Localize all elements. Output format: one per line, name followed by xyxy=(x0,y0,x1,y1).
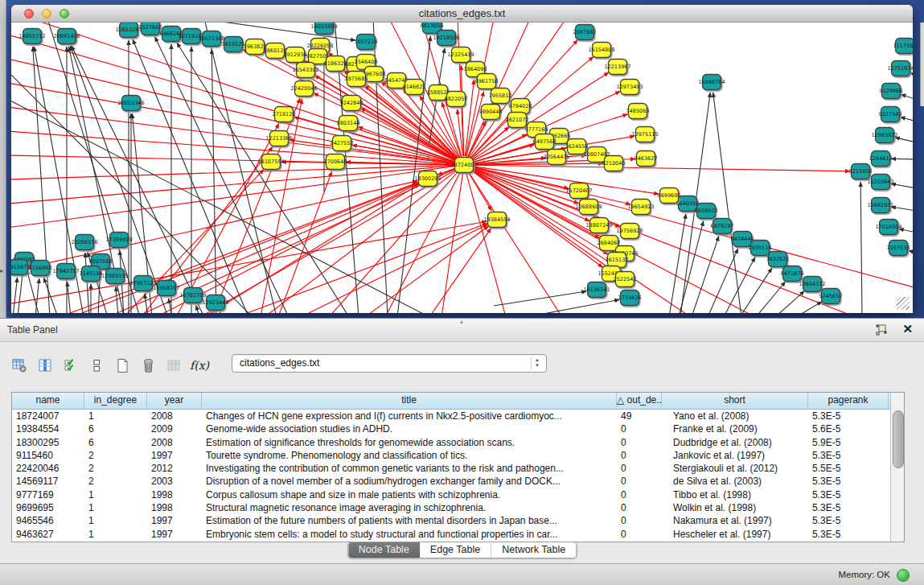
graph-node[interactable]: 15720407 xyxy=(565,183,592,199)
tab-edge-table[interactable]: Edge Table xyxy=(420,542,491,558)
table-row[interactable]: 1938455462009Genome-wide association stu… xyxy=(12,422,904,435)
column-header-out_degree[interactable]: △ out_de... xyxy=(617,393,662,409)
graph-node[interactable]: 20053346 xyxy=(117,96,144,111)
graph-node[interactable]: 16154808 xyxy=(588,43,614,58)
graph-node[interactable]: 16033809 xyxy=(310,23,337,35)
graph-node[interactable]: 8427552 xyxy=(331,136,354,151)
column-header-title[interactable]: title xyxy=(202,393,617,409)
tab-node-table[interactable]: Node Table xyxy=(348,542,420,558)
graph-node[interactable]: 2935114 xyxy=(749,241,772,256)
graph-node[interactable]: 9227343 xyxy=(879,107,902,122)
graph-node[interactable]: 2803144 xyxy=(337,116,360,131)
graph-node[interactable]: 6938923 xyxy=(695,204,718,219)
graph-node[interactable]: 6794028 xyxy=(509,99,532,114)
graph-node[interactable]: 1621072 xyxy=(506,113,529,128)
table-row[interactable]: 1872400712008Changes of HCN gene express… xyxy=(12,410,904,422)
scrollbar-thumb[interactable] xyxy=(893,410,904,468)
graph-node[interactable]: 9245652 xyxy=(819,289,843,304)
graph-node[interactable]: 18807249 xyxy=(585,218,612,233)
graph-node[interactable]: 12213366 xyxy=(265,131,292,146)
graph-node[interactable]: 1733426 xyxy=(618,290,642,306)
graph-node[interactable]: 6497568 xyxy=(533,134,556,150)
table-row[interactable]: 977716911998Corpus callosum shape and si… xyxy=(12,488,904,501)
graph-node[interactable]: 1615132 xyxy=(606,253,629,268)
window-resize-grip[interactable] xyxy=(897,297,910,310)
graph-node[interactable]: 9129966 xyxy=(880,84,903,99)
graph-node[interactable]: 1527602 xyxy=(139,23,162,35)
graph-node[interactable]: 22420046 xyxy=(290,81,317,97)
table-selector-dropdown[interactable]: citations_edges.txt ▲▼ xyxy=(232,354,547,373)
graph-node[interactable]: 12993822 xyxy=(871,128,897,143)
table-settings-icon[interactable] xyxy=(8,354,31,377)
tab-network-table[interactable]: Network Table xyxy=(491,542,576,558)
graph-node[interactable]: 7632621 xyxy=(766,252,790,267)
column-header-name[interactable]: name xyxy=(12,393,84,409)
graph-node[interactable]: 7857224 xyxy=(355,35,378,50)
graph-node[interactable]: 20564436 xyxy=(543,150,569,165)
graph-node[interactable]: 17842757 xyxy=(52,264,79,279)
close-panel-icon[interactable]: ✕ xyxy=(902,322,913,336)
graph-node[interactable]: 14055712 xyxy=(18,29,45,44)
network-window-titlebar[interactable]: citations_edges.txt xyxy=(11,5,913,23)
graph-node[interactable]: 12923448 xyxy=(202,295,228,311)
graph-node[interactable]: 19218506 xyxy=(433,31,459,46)
graph-node[interactable]: 1700648 xyxy=(324,154,347,170)
graph-node[interactable]: 2875685 xyxy=(345,72,368,87)
graph-node[interactable]: 18107554 xyxy=(257,154,284,170)
graph-node[interactable]: 1156863 xyxy=(29,261,52,276)
show-columns-icon[interactable] xyxy=(34,354,56,377)
graph-node[interactable]: 6879197 xyxy=(711,219,734,234)
network-view-canvas[interactable]: 1872400714055712206914061065328715276026… xyxy=(11,23,913,313)
graph-node[interactable]: 20691406 xyxy=(53,29,80,44)
function-builder-icon[interactable]: f(x) xyxy=(188,354,211,377)
graph-node[interactable]: 18724007 xyxy=(450,158,477,173)
graph-node[interactable]: 17016504 xyxy=(875,220,901,235)
graph-node[interactable]: 16543392 xyxy=(292,63,318,78)
graph-node[interactable]: 16958107 xyxy=(153,281,179,296)
graph-node[interactable]: 6822057 xyxy=(445,92,468,107)
merge-rows-icon[interactable] xyxy=(85,354,108,377)
graph-node[interactable]: 1145194 xyxy=(80,266,103,282)
graph-node[interactable]: 17359919 xyxy=(105,233,132,248)
graph-node[interactable]: 10654112 xyxy=(799,277,825,292)
vertical-scrollbar[interactable] xyxy=(890,393,904,542)
graph-node[interactable]: 7485063 xyxy=(626,104,650,119)
graph-node[interactable]: 12213967 xyxy=(604,60,630,75)
graph-node[interactable]: 8471876 xyxy=(781,266,804,282)
graph-node[interactable]: 15751074 xyxy=(887,61,913,76)
column-header-year[interactable]: year xyxy=(147,393,202,409)
graph-node[interactable]: 19654923 xyxy=(627,200,654,215)
graph-node[interactable]: 14136141 xyxy=(583,282,610,298)
graph-node[interactable]: 3915973 xyxy=(11,260,30,275)
graph-node[interactable]: 2718126 xyxy=(273,107,296,122)
panel-resize-grip-icon[interactable]: ▲ xyxy=(458,319,466,323)
graph-node[interactable]: 10973493 xyxy=(616,80,643,95)
graph-node[interactable]: 9146821 xyxy=(403,80,426,95)
graph-node[interactable]: 2087682 xyxy=(573,25,597,40)
graph-node[interactable]: 16848784 xyxy=(698,75,725,90)
graph-node[interactable]: 6961758 xyxy=(475,74,499,89)
graph-node[interactable]: 9890448 xyxy=(479,105,503,120)
citation-network-graph[interactable]: 1872400714055712206914061065328715276026… xyxy=(11,23,913,313)
column-header-in_degree[interactable]: in_degree xyxy=(84,393,147,409)
panel-collapse-arrow-icon[interactable]: ▸ xyxy=(0,267,3,274)
column-header-short[interactable]: short xyxy=(662,393,808,409)
graph-node[interactable]: 12325419 xyxy=(447,47,474,63)
graph-node[interactable]: 19384554 xyxy=(483,212,510,228)
graph-node[interactable]: 10688609 xyxy=(575,200,602,215)
graph-node[interactable]: 12505135 xyxy=(101,269,128,284)
graph-node[interactable]: 9463627 xyxy=(634,151,658,167)
graph-node[interactable]: 6210040 xyxy=(602,156,626,171)
table-row[interactable]: 1830029562008Estimation of significance … xyxy=(12,436,904,449)
graph-node[interactable]: 1117304 xyxy=(893,39,913,54)
graph-node[interactable]: 8912934 xyxy=(284,47,307,63)
graph-node[interactable]: 7955812 xyxy=(489,89,512,104)
table-row[interactable]: 911546021997Tourette syndrome. Phenomeno… xyxy=(12,449,904,462)
graph-node[interactable]: 8215958 xyxy=(849,164,873,179)
table-row[interactable]: 1456911722003Disruption of a novel membe… xyxy=(12,475,904,488)
table-row[interactable]: 946362711997Embryonic stem cells: a mode… xyxy=(12,528,904,541)
graph-node[interactable]: 8186328 xyxy=(324,56,347,72)
graph-node[interactable]: 9242848 xyxy=(340,96,363,111)
table-row[interactable]: 2242004622012Investigating the contribut… xyxy=(12,462,904,475)
graph-node[interactable]: 15692971 xyxy=(867,198,893,213)
